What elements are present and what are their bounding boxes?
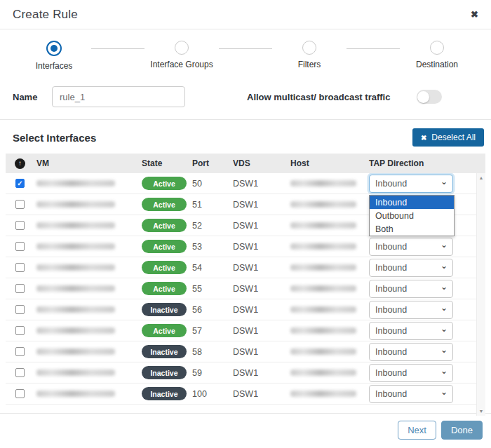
state-badge: Inactive [142,366,187,379]
step-filters[interactable]: Filters [279,41,339,69]
port-value: 50 [192,179,233,189]
column-header-vm[interactable]: VM [36,158,142,168]
dropdown-option-outbound[interactable]: Outbound [370,209,454,222]
deselect-all-label: Deselect All [431,133,476,142]
tap-direction-select[interactable]: Inbound ⌄ [369,175,453,193]
host-name-redacted [290,369,356,376]
scroll-up-icon[interactable]: ▲ [479,175,484,180]
tap-direction-select[interactable]: Inbound ⌄ [369,259,453,277]
host-name-redacted [290,264,356,271]
table-row: Inactive 59 DSW1 Inbound ⌄ [6,362,485,383]
dialog-titlebar: Create Rule ✖ [0,0,491,29]
tap-direction-select[interactable]: Inbound ⌄ [369,364,453,382]
row-checkbox[interactable]: ✓ [15,179,25,188]
chevron-down-icon: ⌄ [440,303,448,313]
step-circle-active [46,41,62,56]
column-header-port[interactable]: Port [192,158,233,168]
row-checkbox[interactable] [15,221,25,230]
state-badge: Active [142,177,187,190]
step-destination[interactable]: Destination [407,41,467,69]
state-badge: Active [142,324,187,337]
tap-direction-value: Inbound [375,305,407,315]
vm-name-redacted [36,243,115,250]
row-checkbox[interactable] [15,389,25,398]
port-value: 100 [192,389,233,399]
vds-value: DSW1 [233,284,290,294]
row-checkbox[interactable] [15,263,25,272]
row-checkbox[interactable] [15,368,25,377]
next-button[interactable]: Next [398,421,436,440]
name-label: Name [13,92,52,102]
column-header-vds[interactable]: VDS [233,158,290,168]
row-checkbox[interactable] [15,326,25,335]
tap-direction-select[interactable]: Inbound ⌄ [369,280,453,298]
host-name-redacted [290,327,356,334]
chevron-down-icon: ⌄ [440,177,448,186]
chevron-down-icon: ⌄ [440,282,448,292]
chevron-down-icon: ⌄ [440,261,448,271]
row-checkbox[interactable] [15,284,25,293]
state-badge: Active [142,198,187,211]
row-checkbox[interactable] [15,347,25,356]
table-row: Active 55 DSW1 Inbound ⌄ [6,278,485,299]
vds-value: DSW1 [233,305,290,315]
tap-direction-select[interactable]: Inbound ⌄ [369,301,453,319]
table-scrollbar[interactable]: ▲ ▼ [476,173,485,416]
host-name-redacted [290,222,356,229]
vm-name-redacted [36,391,115,397]
step-label: Interfaces [36,61,73,71]
vm-name-redacted [36,264,115,271]
state-badge: Inactive [142,345,187,358]
row-checkbox[interactable] [15,305,25,314]
vds-value: DSW1 [233,221,290,231]
tap-direction-select[interactable]: Inbound ⌄ [369,322,453,340]
tap-direction-select[interactable]: Inbound ⌄ [369,385,453,403]
table-row: ✓ Active 50 DSW1 Inbound ⌄ [6,173,485,194]
state-badge: Inactive [142,387,187,400]
host-name-redacted [290,201,356,208]
chevron-down-icon: ⌄ [440,345,448,355]
tap-direction-select[interactable]: Inbound ⌄ [369,238,453,256]
tap-direction-value: Inbound [375,179,407,189]
state-badge: Active [142,219,187,232]
host-name-redacted [290,348,356,355]
deselect-all-button[interactable]: ✖ Deselect All [412,128,484,147]
dropdown-option-inbound[interactable]: Inbound [370,196,454,209]
sort-ascending-icon[interactable]: ↑ [15,158,25,169]
select-interfaces-header: Select Interfaces ✖ Deselect All [0,120,491,154]
tap-direction-value: Inbound [375,368,407,378]
tap-direction-value: Inbound [375,242,407,252]
step-label: Destination [416,60,458,69]
step-connector [347,48,400,49]
scroll-down-icon[interactable]: ▼ [479,409,484,414]
multicast-toggle[interactable] [417,90,442,104]
port-value: 57 [192,326,233,336]
port-value: 55 [192,284,233,294]
column-header-tap-direction[interactable]: TAP Direction [369,158,460,168]
port-value: 56 [192,305,233,315]
row-checkbox[interactable] [15,200,25,209]
vm-name-redacted [36,180,115,186]
step-interface-groups[interactable]: Interface Groups [152,41,212,69]
tap-direction-select[interactable]: Inbound ⌄ [369,343,453,361]
port-value: 53 [192,242,233,252]
dropdown-option-both[interactable]: Both [370,222,454,236]
column-header-state[interactable]: State [142,158,192,168]
vds-value: DSW1 [233,263,290,273]
vds-value: DSW1 [233,347,290,357]
dialog-footer: Next Done [0,413,491,448]
step-interfaces[interactable]: Interfaces [24,41,84,71]
vds-value: DSW1 [233,242,290,252]
row-checkbox[interactable] [15,242,25,251]
create-rule-dialog: Create Rule ✖ Interfaces Interface Group… [0,0,491,448]
state-badge: Inactive [142,303,187,316]
table-row: Active 57 DSW1 Inbound ⌄ [6,320,485,341]
chevron-down-icon: ⌄ [440,366,448,376]
host-name-redacted [290,391,356,397]
close-icon[interactable]: ✖ [471,10,478,19]
done-button[interactable]: Done [441,421,483,440]
chevron-down-icon: ⌄ [440,324,448,334]
rule-name-input[interactable] [52,86,185,107]
vm-name-redacted [36,348,115,355]
column-header-host[interactable]: Host [290,158,369,168]
